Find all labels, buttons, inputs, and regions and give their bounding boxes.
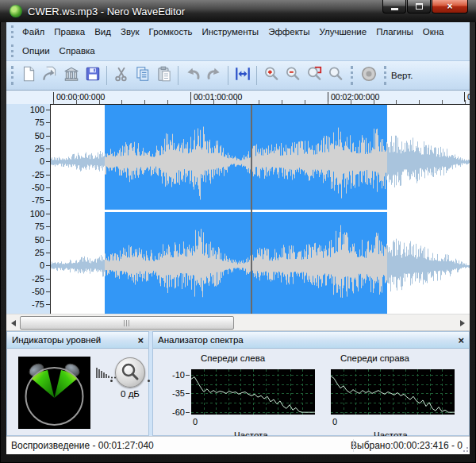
amplitude-label: -25 — [32, 274, 44, 284]
audio-library-button[interactable] — [60, 65, 82, 87]
zoom-in-icon — [263, 65, 280, 86]
amplitude-label: 50 — [35, 235, 44, 245]
maximize-icon — [416, 3, 423, 10]
spectrum-db-label: -60 — [172, 407, 185, 417]
amplitude-scale: 1007550250-25-50-751007550250-25-50-75 — [6, 104, 50, 314]
level-bars-icon — [96, 367, 117, 379]
menu-item-опции[interactable]: Опции — [17, 44, 55, 58]
amplitude-label: 75 — [35, 118, 44, 127]
spectrum-x-tick: 0 — [332, 417, 337, 426]
scroll-right-button[interactable] — [456, 317, 469, 330]
resize-grip[interactable] — [460, 444, 468, 452]
spectrum-db-label: -10 — [172, 370, 185, 380]
new-file-icon — [20, 65, 37, 86]
amplitude-label: -50 — [32, 287, 44, 296]
knob-db-label: 0 дБ — [109, 389, 152, 399]
menu-item-справка[interactable]: Справка — [55, 44, 100, 58]
menu-item-файл[interactable]: Файл — [17, 25, 49, 39]
menu-item-плагины[interactable]: Плагины — [371, 25, 418, 39]
menu-item-правка[interactable]: Правка — [49, 25, 90, 39]
ruler-time-label: 00:00:00:000 — [56, 92, 105, 102]
selection-status: Выбрано:00:00:23:416 - 0 — [351, 440, 470, 451]
cut-button[interactable] — [110, 65, 132, 87]
window-title: CWER.ws.mp3 - Nero WaveEditor — [28, 6, 185, 17]
level-meter-gauge — [18, 357, 90, 429]
menu-item-громкость[interactable]: Громкость — [144, 25, 198, 39]
horizontal-scrollbar[interactable] — [6, 314, 470, 331]
zoom-out-icon — [284, 65, 301, 86]
amplitude-label: 25 — [35, 144, 44, 153]
menu-row-1: ФайлПравкаВидЗвукГромкостьИнструментыЭфф… — [6, 22, 470, 41]
toolbar-drag-handle — [351, 66, 353, 85]
save-button[interactable] — [82, 65, 103, 87]
maximize-button[interactable] — [407, 0, 431, 14]
waveform-area: 1007550250-25-50-751007550250-25-50-75 — [6, 104, 470, 314]
amplitude-label: -50 — [32, 183, 44, 192]
amplitude-label: 100 — [30, 105, 44, 114]
menu-row-2: ОпцииСправка — [6, 41, 470, 60]
title-bar[interactable]: CWER.ws.mp3 - Nero WaveEditor × — [0, 0, 476, 22]
spectrum-analyzer-panel: Анализатор спектра × Спереди слева0Часто… — [152, 331, 470, 436]
menu-bar: ФайлПравкаВидЗвукГромкостьИнструментыЭфф… — [6, 22, 470, 61]
arrow-left-icon — [11, 320, 16, 326]
toolbar-separator — [256, 66, 257, 85]
menu-item-звук[interactable]: Звук — [116, 25, 144, 39]
amplitude-label: -75 — [32, 299, 44, 309]
open-file-icon — [41, 65, 59, 86]
waveform-canvas[interactable] — [51, 105, 470, 314]
zoom-out-button[interactable] — [282, 65, 303, 87]
save-icon — [84, 65, 102, 86]
ruler-major-tick — [190, 92, 191, 102]
level-indicators-title: Индикаторы уровней — [12, 335, 101, 345]
undo-icon — [184, 65, 202, 86]
menu-item-эффекты[interactable]: Эффекты — [263, 25, 314, 39]
status-divider — [353, 439, 354, 452]
new-file-button[interactable] — [17, 65, 39, 87]
spectrum-plot-title: Спереди справа — [340, 353, 409, 363]
amplitude-label: 50 — [35, 131, 44, 141]
docked-panels: Индикаторы уровней × — [6, 331, 470, 436]
vertical-zoom-label: Верт. — [391, 71, 413, 80]
ruler-major-tick — [464, 92, 465, 102]
record-icon — [360, 65, 378, 86]
menu-item-вид[interactable]: Вид — [90, 25, 116, 39]
window-content: ФайлПравкаВидЗвукГромкостьИнструментыЭфф… — [6, 22, 470, 454]
record-button[interactable] — [358, 65, 379, 87]
level-indicators-close-button[interactable]: × — [137, 335, 144, 345]
volume-knob[interactable] — [115, 357, 145, 388]
zoom-selection-button[interactable] — [303, 65, 324, 87]
paste-button[interactable] — [153, 65, 175, 87]
ruler-major-tick — [53, 92, 54, 102]
app-window: CWER.ws.mp3 - Nero WaveEditor × ФайлПрав… — [0, 0, 476, 463]
zoom-button[interactable] — [324, 65, 346, 87]
ruler-major-tick — [328, 92, 328, 102]
menu-item-окна[interactable]: Окна — [418, 25, 449, 39]
level-indicators-header[interactable]: Индикаторы уровней × — [7, 332, 148, 349]
undo-button[interactable] — [182, 65, 203, 87]
amplitude-label: 0 — [40, 260, 44, 270]
timeline-ruler[interactable]: 00:00:00:00000:01:00:00000:02:00:0000 — [6, 91, 470, 104]
paste-icon — [155, 65, 173, 86]
amplitude-label: 100 — [30, 209, 44, 218]
toolbar-separator — [178, 66, 178, 85]
waveform-plot[interactable] — [50, 104, 470, 314]
toolbar-separator — [228, 66, 228, 85]
cut-icon — [113, 65, 130, 86]
copy-icon — [134, 65, 152, 86]
redo-button[interactable] — [203, 65, 225, 87]
menu-item-улучшение[interactable]: Улучшение — [314, 25, 371, 39]
copy-button[interactable] — [132, 65, 153, 87]
spectrum-analyzer-close-button[interactable]: × — [458, 335, 464, 345]
spectrum-analyzer-title: Анализатор спектра — [158, 335, 244, 345]
fit-width-button[interactable] — [232, 65, 253, 87]
scrollbar-thumb[interactable] — [20, 316, 234, 330]
open-file-button[interactable] — [39, 65, 60, 87]
close-button[interactable]: × — [432, 0, 468, 14]
zoom-icon — [327, 65, 344, 86]
zoom-in-button[interactable] — [260, 65, 282, 87]
minimize-button[interactable] — [382, 0, 406, 14]
scroll-left-button[interactable] — [7, 317, 20, 330]
spectrum-analyzer-header[interactable]: Анализатор спектра × — [153, 332, 469, 349]
playback-status: Воспроизведение - 00:01:27:040 — [6, 440, 154, 451]
menu-item-инструменты[interactable]: Инструменты — [197, 25, 263, 39]
